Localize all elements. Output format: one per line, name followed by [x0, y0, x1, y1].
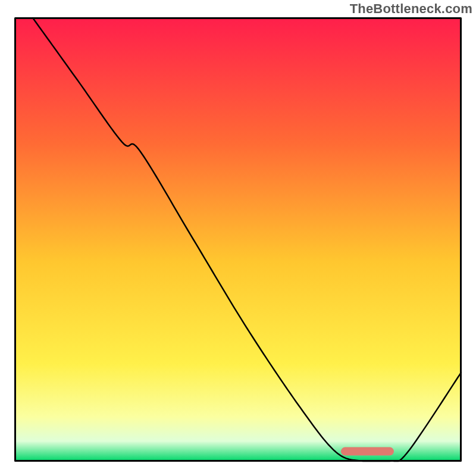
watermark-label: TheBottleneck.com	[350, 1, 472, 17]
bottleneck-line-chart	[0, 0, 476, 476]
chart-container: TheBottleneck.com	[0, 0, 476, 476]
